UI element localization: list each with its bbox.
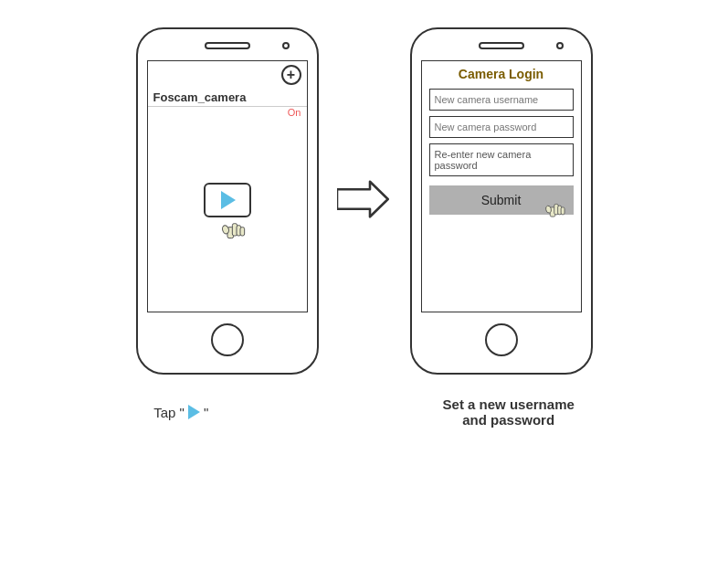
on-status-label: On	[148, 107, 307, 118]
svg-rect-3	[240, 227, 245, 236]
set-credentials-line2: and password	[443, 412, 575, 428]
password-input[interactable]	[429, 116, 574, 138]
svg-rect-9	[561, 207, 564, 215]
left-phone-screen: + Foscam_camera On	[147, 60, 308, 312]
add-button[interactable]: +	[281, 65, 301, 85]
submit-hand-icon	[541, 193, 572, 224]
bottom-labels: Tap " " Set a new username and password	[18, 397, 710, 428]
right-phone: Camera Login Re-enter new camera passwor…	[410, 27, 593, 375]
camera-login-title: Camera Login	[459, 67, 543, 81]
right-phone-screen: Camera Login Re-enter new camera passwor…	[421, 60, 582, 312]
svg-marker-5	[337, 182, 388, 217]
tap-hand-icon	[216, 210, 253, 247]
camera-preview[interactable]	[148, 118, 307, 312]
phone-dot-right	[556, 42, 564, 49]
play-triangle-icon	[221, 191, 236, 209]
tap-label-suffix: "	[204, 405, 208, 420]
left-phone: + Foscam_camera On	[136, 27, 319, 375]
set-credentials-line1: Set a new username	[443, 397, 575, 412]
phone-dot	[282, 42, 290, 49]
tap-label-text: Tap "	[153, 405, 185, 420]
tap-play-icon	[188, 405, 200, 419]
phone-speaker	[205, 42, 250, 49]
home-button-left[interactable]	[211, 323, 244, 356]
camera-name-label: Foscam_camera	[148, 89, 307, 107]
set-credentials-label: Set a new username and password	[443, 397, 575, 428]
svg-point-10	[544, 206, 552, 214]
home-button-right[interactable]	[485, 323, 518, 356]
reenter-password-input[interactable]: Re-enter new camera password	[429, 143, 574, 176]
username-input[interactable]	[429, 89, 574, 111]
phone-speaker-right	[479, 42, 524, 49]
direction-arrow	[337, 176, 392, 226]
tap-instruction: Tap " "	[153, 397, 208, 428]
submit-area: Submit	[429, 182, 574, 215]
